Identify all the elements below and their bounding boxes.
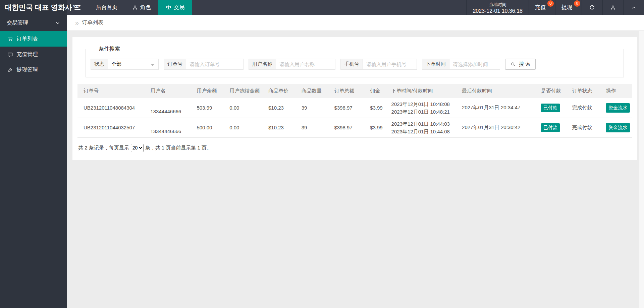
breadcrumb-label: 订单列表 [82,19,103,26]
top-bar: 대한민국 대표 영화사 V18 后台首页 角色 交易 当地时间 2023-12-… [0,0,644,15]
phone-filter-group: 手机号 [340,59,417,70]
cell-quantity: 39 [296,118,328,137]
table-row: UB2312011048084304 13344446666 503.99 0.… [77,98,632,118]
cell-order-no: UB2312011048084304 [77,98,144,118]
col-last-pay-time: 最后付款时间 [456,84,535,98]
pagination: 共 2 条记录，每页显示 20 条，共 1 页当前显示第 1 页。 [78,144,632,152]
nav-item-recharge[interactable]: 充值 0 [529,0,555,15]
scales-icon [166,5,171,10]
page-size-select[interactable]: 20 [131,144,144,152]
chevron-up-icon [631,5,637,10]
cell-order-pay-time: 2023年12月01日 10:48:08 2023年12月01日 10:48:2… [385,98,456,118]
local-time-value: 2023-12-01 10:36:18 [473,8,523,14]
cell-last-pay-time: 2027年01月31日 20:34:47 [456,98,535,118]
fullscreen-toggle-button[interactable] [623,0,644,15]
table-header-row: 订单号 用户名 用户余额 用户冻结金额 商品单价 商品数量 订单总额 佣金 下单… [77,84,632,98]
cell-last-pay-time: 2027年01月31日 20:30:42 [456,118,535,137]
col-commission: 佣金 [364,84,385,98]
sidebar-item-order-list[interactable]: 订单列表 [0,31,67,47]
nav-trade-label: 交易 [174,4,184,11]
cell-paid: 已付款 [535,98,566,118]
double-chevron-right-icon: » [75,19,79,26]
cell-actions: 资金流水 [600,118,632,137]
cell-actions: 资金流水 [600,98,632,118]
cell-total: $398.97 [328,98,364,118]
cell-frozen: 0.00 [223,118,262,137]
sidebar-item-label: 订单列表 [16,36,38,43]
sidebar-group-label: 交易管理 [7,19,28,26]
col-paid: 是否付款 [535,84,566,98]
cell-balance: 503.99 [191,98,223,118]
col-total: 订单总额 [328,84,364,98]
order-time-label: 下单时间 [422,59,449,70]
nav-item-withdraw[interactable]: 提现 0 [555,0,582,15]
paid-status-badge: 已付款 [541,123,560,132]
pagination-suffix: 条，共 1 页当前显示第 1 页。 [145,145,212,151]
recharge-count-badge: 0 [547,0,554,7]
order-no-filter-group: 订单号 [164,59,244,70]
sidebar-item-recharge-management[interactable]: 充值管理 [0,47,67,62]
cell-username: 13344446666 [144,98,191,118]
pay-time: 2023年12月01日 10:44:08 [391,128,456,135]
cell-unit-price: $10.23 [262,118,296,137]
person-icon [132,5,138,10]
sidebar-group-trade-management[interactable]: 交易管理 [0,15,67,31]
withdraw-count-badge: 0 [574,0,580,7]
search-button-label: 搜 索 [519,61,530,67]
cell-order-status: 完成付款 [566,118,600,137]
cell-unit-price: $10.23 [262,98,296,118]
cell-order-status: 完成付款 [566,98,600,118]
order-time: 2023年12月01日 10:48:08 [391,100,456,108]
recharge-label: 充值 [535,4,546,11]
username-input[interactable] [276,59,335,70]
username-label: 用户名称 [249,59,276,70]
status-filter-group: 状态 全部 [91,59,159,70]
refresh-button[interactable] [582,0,602,15]
refresh-icon [589,5,595,10]
wrench-icon [7,67,13,73]
col-balance: 用户余额 [191,84,223,98]
status-select[interactable]: 全部 [108,59,159,70]
cell-balance: 500.00 [191,118,223,137]
fund-flow-button[interactable]: 资金流水 [606,103,630,113]
phone-input[interactable] [363,59,417,70]
person-icon [610,5,616,10]
col-unit-price: 商品单价 [262,84,296,98]
phone-label: 手机号 [340,59,363,70]
order-no-label: 订单号 [164,59,186,70]
nav-home-label: 后台首页 [96,4,117,11]
breadcrumb: » 订单列表 [67,15,644,31]
nav-item-home[interactable]: 后台首页 [89,0,125,15]
sidebar: 交易管理 订单列表 充值管理 提现管理 [0,15,67,308]
col-frozen: 用户冻结金额 [223,84,262,98]
username-filter-group: 用户名称 [249,59,335,70]
pay-time: 2023年12月01日 10:48:21 [391,108,456,116]
order-time-input[interactable] [449,59,500,70]
cell-commission: $3.99 [364,98,385,118]
search-button[interactable]: 搜 索 [505,59,536,70]
cell-commission: $3.99 [364,118,385,137]
chevron-down-icon [55,20,60,26]
nav-item-trade[interactable]: 交易 [158,0,192,15]
col-username: 用户名 [144,84,191,98]
cart-icon [7,36,13,42]
user-menu-button[interactable] [602,0,623,15]
fund-flow-button[interactable]: 资金流水 [606,123,630,132]
status-selected-value: 全部 [111,61,121,67]
cell-quantity: 39 [296,98,328,118]
order-time: 2023年12月01日 10:44:03 [391,120,456,128]
vertical-scrollbar[interactable] [639,31,644,308]
nav-item-role[interactable]: 角色 [125,0,158,15]
app-title: 대한민국 대표 영화사 [5,3,72,12]
col-order-status: 订单状态 [566,84,600,98]
sidebar-item-withdraw-management[interactable]: 提现管理 [0,62,67,77]
paid-status-badge: 已付款 [541,104,560,112]
cell-order-no: UB2312011044032507 [77,118,144,137]
app-logo: 대한민국 대표 영화사 V18 [0,0,67,15]
sidebar-collapse-button[interactable] [67,0,89,15]
sidebar-item-label: 提现管理 [16,66,38,73]
hamburger-icon [74,5,81,10]
col-quantity: 商品数量 [296,84,328,98]
pagination-prefix: 共 2 条记录，每页显示 [78,145,129,151]
order-no-input[interactable] [186,59,244,70]
